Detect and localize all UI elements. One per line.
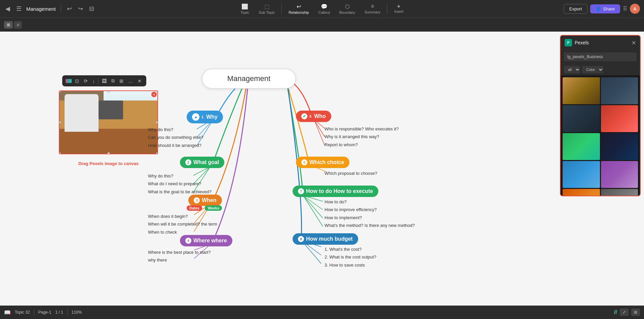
central-topic-label: Management <box>227 74 270 83</box>
status-bar: 📖 Topic 32 Page-1 1 / 1 110% // ⤢ ⊞ <box>0 306 644 319</box>
export-button[interactable]: Export <box>564 4 588 14</box>
who-sub-2: Why is it arranged this way? <box>325 133 399 141</box>
undo-button[interactable]: ↩ <box>66 4 73 14</box>
duplicate-button[interactable]: ⧉ <box>110 77 116 84</box>
pexels-thumb-1[interactable] <box>563 77 600 104</box>
who-label: Who <box>314 113 326 119</box>
status-right: // ⤢ ⊞ <box>614 309 640 316</box>
status-divider-1 <box>34 309 34 316</box>
when-node[interactable]: 3 When <box>188 195 222 206</box>
tool-divider-2 <box>387 3 387 14</box>
canvas[interactable]: ⊡ ⟳ ↓ 🖼 ⧉ ⊞ … ✕ <box>0 32 644 306</box>
transform-tool-button[interactable]: ⟳ <box>82 78 89 84</box>
where-node[interactable]: 4 Where where <box>180 235 232 246</box>
budget-node[interactable]: 8 How much budget <box>293 233 358 245</box>
what-goal-sub-2: What do I need to prepare? <box>148 180 212 188</box>
who-badge: ✔ <box>301 113 307 119</box>
image-toolbar: ⊡ ⟳ ↓ 🖼 ⧉ ⊞ … ✕ <box>62 75 146 86</box>
pexels-header: P Pexels ✕ <box>561 36 640 50</box>
tool-subtopic[interactable]: ⬚ Sub Topic <box>255 2 279 16</box>
toolbar-left: ◀ ☰ Management ↩ ↪ ⊟ <box>4 4 96 14</box>
crop-tool-button[interactable]: ⊡ <box>74 78 80 84</box>
list-view-button[interactable]: ≡ <box>14 21 22 29</box>
pexels-filter-all[interactable]: all <box>564 66 580 73</box>
tool-callout-label: Callout <box>318 10 330 14</box>
topic-count: Topic 32 <box>15 310 30 315</box>
tool-summary-label: Summary <box>365 10 380 14</box>
when-sub-items: When does it begin? When will it be comp… <box>148 212 217 236</box>
menu-button[interactable]: ☰ <box>15 4 23 14</box>
tool-summary[interactable]: ≡ Summary <box>361 2 384 15</box>
share-button[interactable]: 👤 Share <box>590 4 620 13</box>
why-sub-items: Why do this? Can you do something else? … <box>148 126 203 149</box>
which-badge: 6 <box>301 159 307 165</box>
tool-boundary[interactable]: ⬡ Boundary <box>335 2 359 16</box>
apps-icon[interactable]: ⠿ <box>623 5 627 12</box>
weeks-tag: Weeks <box>205 205 222 211</box>
redo-button[interactable]: ↪ <box>77 4 84 14</box>
why-number: 1 <box>201 115 203 119</box>
sel-handle-bm[interactable] <box>107 152 110 154</box>
pexels-search-input[interactable] <box>564 52 637 61</box>
page-num: 1 / 1 <box>55 310 63 315</box>
toolbar-center: ⬜ Topic ⬚ Sub Topic ↩ Relationship 💬 Cal… <box>236 2 407 16</box>
avatar[interactable]: A <box>630 4 640 14</box>
where-badge: 4 <box>185 238 191 244</box>
where-sub-1: Where is the best place to start? <box>148 248 211 256</box>
share-label: Share <box>603 6 615 11</box>
what-goal-badge: 2 <box>185 159 191 165</box>
pexels-filters: all Color <box>561 64 640 75</box>
pexels-thumb-8[interactable] <box>601 161 638 188</box>
summary-icon: ≡ <box>371 3 374 9</box>
pexels-thumb-4[interactable] <box>601 105 638 132</box>
app-title: Management <box>26 6 56 12</box>
insert-icon: ✚ <box>397 4 400 9</box>
minimap-button[interactable]: ⊞ <box>631 309 640 316</box>
tool-relationship[interactable]: ↩ Relationship <box>285 2 313 16</box>
pexels-grid <box>561 75 640 196</box>
book-icon: 📖 <box>4 309 11 316</box>
pexels-thumb-10[interactable] <box>601 189 638 196</box>
pexels-thumb-3[interactable] <box>563 105 600 132</box>
tool-topic[interactable]: ⬜ Topic <box>236 2 253 16</box>
central-topic[interactable]: Management <box>202 69 296 89</box>
who-node[interactable]: ✔ 5 Who <box>296 111 331 122</box>
close-toolbar-button[interactable]: ✕ <box>136 78 143 84</box>
pexels-search-row <box>561 50 640 64</box>
why-node[interactable]: ■ 1 Why <box>187 111 223 123</box>
more-options-button[interactable]: … <box>127 78 134 84</box>
image-insert-button[interactable]: 🖼 <box>101 78 108 84</box>
how-sub-2: How to improve efficiency? <box>325 206 415 213</box>
sel-handle-bl[interactable] <box>59 152 61 154</box>
tool-insert[interactable]: ✚ Insert <box>390 3 408 15</box>
which-choice-node[interactable]: 6 Which choice <box>296 157 349 168</box>
grid-view-button[interactable]: ⊞ <box>4 21 13 29</box>
pexels-filter-color[interactable]: Color <box>582 66 603 73</box>
tool-callout[interactable]: 💬 Callout <box>314 2 334 16</box>
view-toolbar: ⊞ ≡ <box>0 17 644 32</box>
how-to-do-node[interactable]: 7 How to do How to execute <box>293 186 378 197</box>
budget-badge: 8 <box>298 236 304 242</box>
download-tool-button[interactable]: ↓ <box>91 78 96 84</box>
which-label: Which choice <box>309 159 344 165</box>
pexels-close-button[interactable]: ✕ <box>632 40 636 46</box>
gradient-tool-icon <box>66 79 72 83</box>
where-sub-2: why there <box>148 256 211 264</box>
toolbar-divider-img <box>98 78 99 84</box>
pexels-logo: P <box>565 39 572 46</box>
what-goal-node[interactable]: 2 What goal <box>180 157 224 168</box>
where-label: Where where <box>193 238 227 244</box>
pexels-thumb-6[interactable] <box>601 133 638 160</box>
pexels-thumb-2[interactable] <box>601 77 638 104</box>
expand-button[interactable]: ⤢ <box>620 309 629 316</box>
save-button[interactable]: ⊟ <box>88 4 96 14</box>
pexels-thumb-7[interactable] <box>563 161 600 188</box>
how-sub-4: What's the method? Is there any new meth… <box>325 222 415 229</box>
callout-icon: 💬 <box>321 3 328 10</box>
pexels-thumb-9[interactable] <box>563 189 600 196</box>
tool-divider <box>281 3 282 14</box>
top-toolbar: ◀ ☰ Management ↩ ↪ ⊟ ⬜ Topic ⬚ Sub Topic… <box>0 0 644 17</box>
layout-button[interactable]: ⊞ <box>118 78 125 84</box>
back-button[interactable]: ◀ <box>4 4 11 14</box>
pexels-thumb-5[interactable] <box>563 133 600 160</box>
